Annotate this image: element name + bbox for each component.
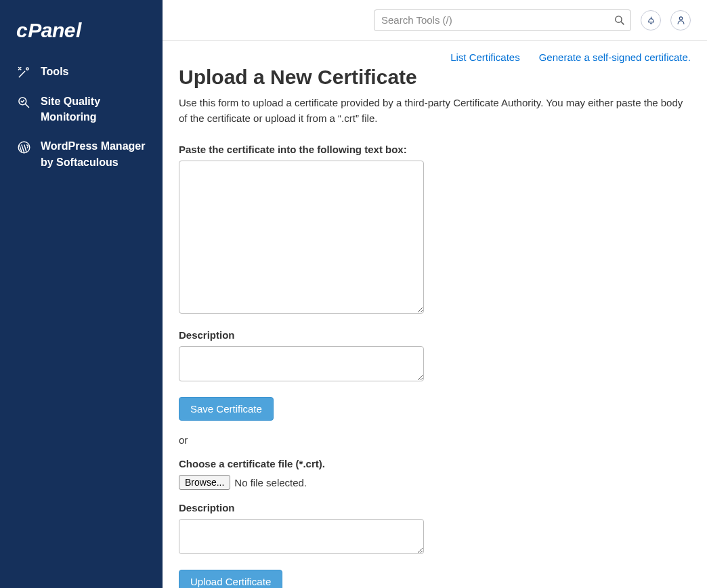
save-certificate-button[interactable]: Save Certificate — [179, 397, 274, 421]
magnifier-check-icon — [16, 95, 31, 110]
sidebar-item-tools[interactable]: Tools — [16, 57, 146, 87]
user-icon — [676, 15, 686, 25]
page-intro: Use this form to upload a certificate pr… — [179, 96, 691, 126]
top-links: List Certificates Generate a self-signed… — [179, 51, 691, 63]
sidebar-item-wordpress[interactable]: WordPress Manager by Softaculous — [16, 131, 146, 176]
sidebar-item-label: Tools — [41, 64, 68, 79]
wordpress-icon — [16, 140, 31, 154]
notifications-button[interactable] — [641, 10, 661, 30]
account-button[interactable] — [670, 10, 691, 30]
wrench-icon — [16, 65, 31, 80]
description1-block: Description — [179, 329, 691, 383]
file-status-text: No file selected. — [234, 477, 307, 488]
browse-button[interactable]: Browse... — [179, 475, 230, 490]
description1-label: Description — [179, 329, 691, 341]
svg-point-4 — [679, 17, 682, 20]
sidebar-nav: Tools Site Quality Monitoring — [0, 57, 163, 177]
svg-point-0 — [26, 68, 28, 70]
paste-certificate-block: Paste the certificate into the following… — [179, 144, 691, 316]
bell-icon — [646, 15, 656, 25]
description2-textarea[interactable] — [179, 519, 424, 554]
certificate-textarea[interactable] — [179, 161, 424, 314]
choose-file-label: Choose a certificate file (*.crt). — [179, 458, 691, 469]
page-title: Upload a New Certificate — [179, 66, 691, 89]
link-list-certificates[interactable]: List Certificates — [450, 51, 520, 63]
svg-point-3 — [615, 16, 621, 22]
content: List Certificates Generate a self-signed… — [163, 41, 707, 588]
sidebar-item-site-quality[interactable]: Site Quality Monitoring — [16, 87, 146, 131]
sidebar-item-label: Site Quality Monitoring — [41, 93, 146, 125]
search-button[interactable] — [609, 11, 628, 30]
logo[interactable]: cPanel — [0, 0, 163, 57]
description1-textarea[interactable] — [179, 346, 424, 381]
main: List Certificates Generate a self-signed… — [163, 0, 707, 588]
or-text: or — [179, 434, 691, 446]
search-input[interactable] — [374, 9, 631, 31]
paste-label: Paste the certificate into the following… — [179, 144, 691, 155]
description2-block: Description — [179, 502, 691, 556]
sidebar: cPanel Tools — [0, 0, 163, 588]
search-wrap — [374, 9, 631, 31]
sidebar-item-label: WordPress Manager by Softaculous — [41, 138, 146, 169]
choose-file-block: Choose a certificate file (*.crt). Brows… — [179, 458, 691, 490]
description2-label: Description — [179, 502, 691, 513]
topbar — [163, 0, 707, 41]
link-generate-self-signed[interactable]: Generate a self-signed certificate. — [539, 51, 691, 63]
search-icon — [614, 14, 625, 26]
upload-certificate-button[interactable]: Upload Certificate — [179, 570, 282, 588]
